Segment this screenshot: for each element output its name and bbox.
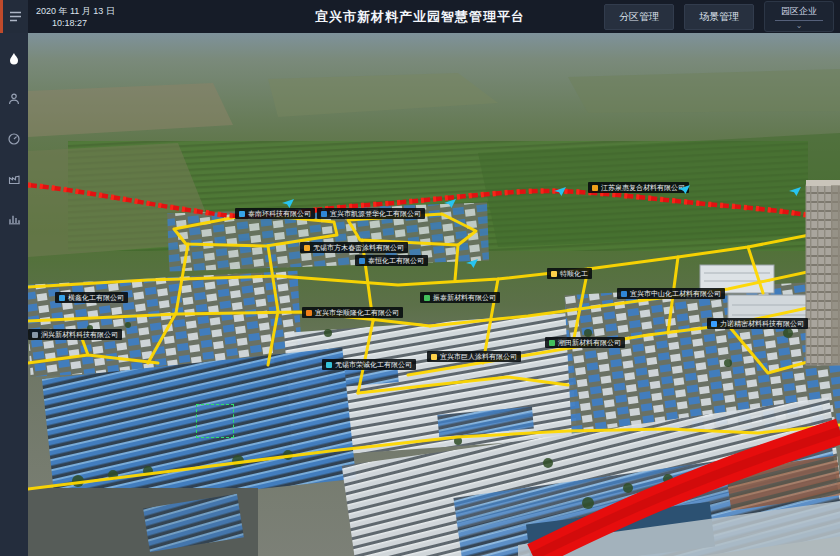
company-icon — [431, 354, 437, 360]
company-label-text: 特顺化工 — [560, 270, 588, 277]
company-label-text: 润兴新材料科技有限公司 — [41, 331, 118, 338]
flame-icon — [7, 52, 21, 66]
company-label[interactable]: 泰恒化工有限公司 — [355, 255, 428, 266]
company-label-text: 横鑫化工有限公司 — [68, 294, 124, 301]
company-label[interactable]: 特顺化工 — [547, 268, 592, 279]
company-label-text: 潮田新材料有限公司 — [558, 339, 621, 346]
menu-icon — [8, 10, 23, 23]
company-label[interactable]: 宜兴市中山化工材料有限公司 — [617, 288, 725, 299]
company-label-text: 无锡市荣诚化工有限公司 — [335, 361, 412, 368]
bar-chart-icon — [7, 212, 21, 226]
map-marker-icon[interactable] — [282, 199, 294, 208]
company-icon — [551, 271, 557, 277]
company-label-text: 宜兴市中山化工材料有限公司 — [630, 290, 721, 297]
company-label[interactable]: 泰南环科技有限公司 — [235, 208, 315, 219]
company-icon — [59, 295, 65, 301]
company-label[interactable]: 宜兴市华顺隆化工有限公司 — [302, 307, 403, 318]
top-bar: 2020 年 11 月 13 日 10:18:27 宜兴市新材料产业园智慧管理平… — [0, 0, 840, 33]
map-marker-icon[interactable] — [789, 187, 801, 196]
company-icon — [359, 258, 365, 264]
company-icon — [621, 291, 627, 297]
sidebar-item-person[interactable] — [0, 79, 28, 119]
company-icon — [306, 310, 312, 316]
company-label-text: 宜兴市巨人涂料有限公司 — [440, 353, 517, 360]
datetime-display: 2020 年 11 月 13 日 10:18:27 — [36, 5, 115, 29]
sidebar-item-gauge[interactable] — [0, 119, 28, 159]
company-label-text: 力诺精密材料科技有限公司 — [720, 320, 804, 327]
company-label-text: 宜兴市凯源登华化工有限公司 — [330, 210, 421, 217]
park-enterprise-label: 园区企业 — [775, 5, 823, 21]
scene-management-button[interactable]: 场景管理 — [684, 4, 754, 30]
person-icon — [7, 92, 21, 106]
company-label[interactable]: 无锡市荣诚化工有限公司 — [322, 359, 416, 370]
company-icon — [711, 321, 717, 327]
chevron-down-icon: ⌄ — [796, 22, 803, 30]
date-text: 2020 年 11 月 13 日 — [36, 5, 115, 17]
map-annotation-layer: 泰南环科技有限公司宜兴市凯源登华化工有限公司无锡市方木春雷涂料有限公司泰恒化工有… — [28, 33, 840, 556]
map-viewport[interactable]: 泰南环科技有限公司宜兴市凯源登华化工有限公司无锡市方木春雷涂料有限公司泰恒化工有… — [28, 33, 840, 556]
time-text: 10:18:27 — [52, 17, 115, 29]
company-icon — [592, 185, 598, 191]
map-marker-icon[interactable] — [554, 187, 566, 196]
company-label-text: 宜兴市华顺隆化工有限公司 — [315, 309, 399, 316]
menu-button[interactable] — [0, 0, 28, 33]
company-icon — [304, 245, 310, 251]
sidebar-item-factory[interactable] — [0, 159, 28, 199]
sidebar-item-fire[interactable] — [0, 39, 28, 79]
header-actions: 分区管理 场景管理 园区企业 ⌄ — [604, 1, 840, 32]
sidebar-item-statistics[interactable] — [0, 199, 28, 239]
map-marker-icon[interactable] — [444, 199, 456, 208]
company-icon — [424, 295, 430, 301]
company-label-text: 江苏泉惠复合材料有限公司 — [601, 184, 685, 191]
company-label-text: 无锡市方木春雷涂料有限公司 — [313, 244, 404, 251]
company-label[interactable]: 宜兴市巨人涂料有限公司 — [427, 351, 521, 362]
company-label-text: 泰南环科技有限公司 — [248, 210, 311, 217]
page-title: 宜兴市新材料产业园智慧管理平台 — [315, 8, 525, 26]
company-label-text: 振泰新材料有限公司 — [433, 294, 496, 301]
factory-icon — [7, 172, 21, 186]
company-label[interactable]: 宜兴市凯源登华化工有限公司 — [317, 208, 425, 219]
map-marker-icon[interactable] — [466, 259, 478, 268]
company-label[interactable]: 横鑫化工有限公司 — [55, 292, 128, 303]
company-label-text: 泰恒化工有限公司 — [368, 257, 424, 264]
company-icon — [239, 211, 245, 217]
company-label[interactable]: 润兴新材料科技有限公司 — [28, 329, 122, 340]
left-sidebar — [0, 33, 28, 556]
company-label[interactable]: 江苏泉惠复合材料有限公司 — [588, 182, 689, 193]
zone-management-button[interactable]: 分区管理 — [604, 4, 674, 30]
company-icon — [321, 211, 327, 217]
park-enterprise-dropdown[interactable]: 园区企业 ⌄ — [764, 1, 834, 32]
company-label[interactable]: 力诺精密材料科技有限公司 — [707, 318, 808, 329]
company-label[interactable]: 振泰新材料有限公司 — [420, 292, 500, 303]
company-icon — [326, 362, 332, 368]
company-label[interactable]: 无锡市方木春雷涂料有限公司 — [300, 242, 408, 253]
company-icon — [549, 340, 555, 346]
company-label[interactable]: 潮田新材料有限公司 — [545, 337, 625, 348]
company-icon — [32, 332, 38, 338]
gauge-icon — [7, 132, 21, 146]
